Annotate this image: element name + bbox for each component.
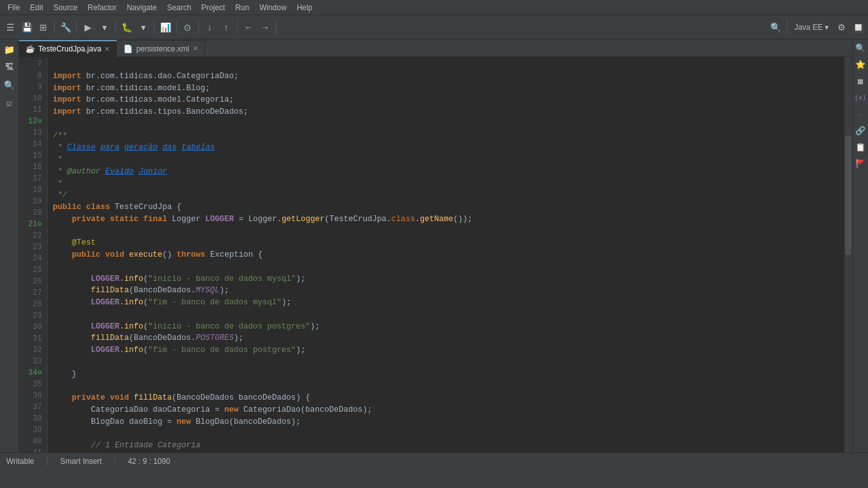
- line-num-18: 18: [22, 184, 42, 196]
- new-btn[interactable]: ☰: [3, 20, 18, 35]
- vertical-scrollbar[interactable]: [844, 57, 852, 452]
- right-clipboard-icon[interactable]: 📋: [854, 141, 867, 154]
- tab-persistence[interactable]: 📄 persistence.xml ✕: [117, 40, 205, 57]
- line-num-37: 37: [22, 402, 42, 413]
- line-num-36: 36: [22, 390, 42, 402]
- coverage-btn[interactable]: 📊: [158, 20, 173, 35]
- sidebar-search[interactable]: 🔍: [2, 78, 17, 93]
- line-num-29: 29: [22, 310, 42, 322]
- line-num-16: 16: [22, 161, 42, 173]
- line-num-14: 14: [22, 139, 42, 150]
- line-num-27: 27: [22, 287, 42, 299]
- menu-source[interactable]: Source: [48, 0, 83, 15]
- status-writable: Writable: [6, 457, 34, 466]
- sep2: [76, 21, 77, 34]
- right-search-icon[interactable]: 🔍: [854, 42, 867, 55]
- menu-help[interactable]: Help: [292, 0, 318, 15]
- right-overview-icon[interactable]: ▦: [854, 75, 867, 88]
- prev-ann-btn[interactable]: ↑: [219, 20, 234, 35]
- perspective-config-btn[interactable]: ⚙: [834, 20, 849, 35]
- tab-label-testecrudjpa: TesteCrudJpa.java: [38, 44, 101, 53]
- line-num-31: 31: [22, 333, 42, 344]
- line-num-39: 39: [22, 424, 42, 436]
- right-flag-icon[interactable]: 🚩: [854, 158, 867, 170]
- editor-container: ☕ TesteCrudJpa.java ✕ 📄 persistence.xml …: [19, 39, 852, 452]
- line-num-19: 19: [22, 196, 42, 207]
- open-type-btn[interactable]: ⊙: [180, 20, 195, 35]
- menu-edit[interactable]: Edit: [25, 0, 48, 15]
- line-num-30: 30: [22, 322, 42, 333]
- tab-testecrudjpa[interactable]: ☕ TesteCrudJpa.java ✕: [19, 40, 117, 57]
- save-all-btn[interactable]: ⊞: [36, 20, 51, 35]
- right-bookmark-icon[interactable]: ⭐: [854, 58, 867, 71]
- line-num-34: 34⊖: [22, 367, 42, 379]
- tab-java-icon: ☕: [25, 44, 35, 53]
- menu-refactor[interactable]: Refactor: [83, 0, 121, 15]
- scroll-thumb[interactable]: [845, 136, 851, 255]
- line-num-41: 41: [22, 447, 42, 452]
- left-sidebar: 📁 🏗 🔍 ☑: [0, 39, 19, 452]
- code-editor[interactable]: 7 8 9 10 11 12⊖ 13 14 15 16 17 18 19 20 …: [19, 57, 852, 452]
- menu-run[interactable]: Run: [230, 0, 254, 15]
- menu-navigate[interactable]: Navigate: [121, 0, 161, 15]
- line-num-8: 8: [22, 70, 42, 81]
- line-num-13: 13: [22, 127, 42, 139]
- right-sidebar: 🔍 ⭐ ▦ (x) — 🔗 📋 🚩: [852, 39, 868, 452]
- menu-project[interactable]: Project: [196, 0, 230, 15]
- line-num-28: 28: [22, 299, 42, 310]
- sep3: [115, 21, 116, 34]
- right-link-icon[interactable]: 🔗: [854, 125, 867, 137]
- line-num-26: 26: [22, 276, 42, 287]
- line-num-20: 20: [22, 207, 42, 219]
- next-ann-btn[interactable]: ↓: [202, 20, 217, 35]
- tab-close-persistence[interactable]: ✕: [193, 44, 198, 53]
- perspective-maximize-btn[interactable]: 🔲: [850, 20, 865, 35]
- right-variable-icon[interactable]: (x): [854, 92, 867, 104]
- line-num-24: 24: [22, 253, 42, 264]
- line-numbers: 7 8 9 10 11 12⊖ 13 14 15 16 17 18 19 20 …: [19, 57, 48, 452]
- statusbar: Writable Smart Insert 42 : 9 : 1090: [0, 452, 868, 469]
- forward-btn[interactable]: →: [257, 20, 273, 35]
- perspective-btn[interactable]: Java EE ▾: [790, 20, 832, 35]
- line-num-35: 35: [22, 379, 42, 390]
- line-num-38: 38: [22, 413, 42, 424]
- back-btn[interactable]: ←: [241, 20, 256, 35]
- line-num-22: 22: [22, 230, 42, 241]
- toolbar-main: ☰ 💾 ⊞ 🔧 ▶ ▾ 🐛 ▾ 📊 ⊙ ↓ ↑ ← → 🔍 Java EE ▾ …: [0, 15, 868, 39]
- save-btn[interactable]: 💾: [19, 20, 34, 35]
- status-sep1: [47, 457, 48, 466]
- line-num-21: 21⊖: [22, 219, 42, 230]
- sidebar-package-explorer[interactable]: 📁: [2, 42, 17, 57]
- search-toolbar-btn[interactable]: 🔍: [768, 20, 783, 35]
- debug-btn[interactable]: 🔧: [58, 20, 73, 35]
- line-num-33: 33: [22, 356, 42, 367]
- line-num-11: 11: [22, 104, 42, 116]
- sep5: [176, 21, 177, 34]
- line-num-40: 40: [22, 436, 42, 447]
- line-num-17: 17: [22, 173, 42, 184]
- menu-search[interactable]: Search: [162, 0, 196, 15]
- run-dropdown[interactable]: ▾: [97, 20, 112, 35]
- code-area[interactable]: import br.com.tidicas.dao.CategoriaDao; …: [48, 57, 844, 452]
- line-num-7: 7: [22, 58, 42, 70]
- sidebar-tasks[interactable]: ☑: [2, 95, 17, 111]
- line-num-12: 12⊖: [22, 116, 42, 127]
- line-num-9: 9: [22, 81, 42, 93]
- status-sep2: [114, 457, 115, 466]
- debug-btn2[interactable]: 🐛: [119, 20, 134, 35]
- menu-file[interactable]: File: [3, 0, 25, 15]
- menu-window[interactable]: Window: [254, 0, 292, 15]
- line-num-23: 23: [22, 241, 42, 253]
- status-position: 42 : 9 : 1090: [128, 457, 170, 466]
- debug-dropdown[interactable]: ▾: [135, 20, 151, 35]
- line-num-32: 32: [22, 344, 42, 356]
- status-insert-mode: Smart Insert: [60, 457, 102, 466]
- run-btn[interactable]: ▶: [80, 20, 95, 35]
- line-num-25: 25: [22, 264, 42, 276]
- sep9: [787, 21, 787, 34]
- menubar: File Edit Source Refactor Navigate Searc…: [0, 0, 868, 15]
- sep4: [154, 21, 154, 34]
- tab-close-testecrudjpa[interactable]: ✕: [104, 45, 110, 53]
- tab-xml-icon: 📄: [123, 44, 133, 53]
- sidebar-hierarchy[interactable]: 🏗: [2, 60, 17, 75]
